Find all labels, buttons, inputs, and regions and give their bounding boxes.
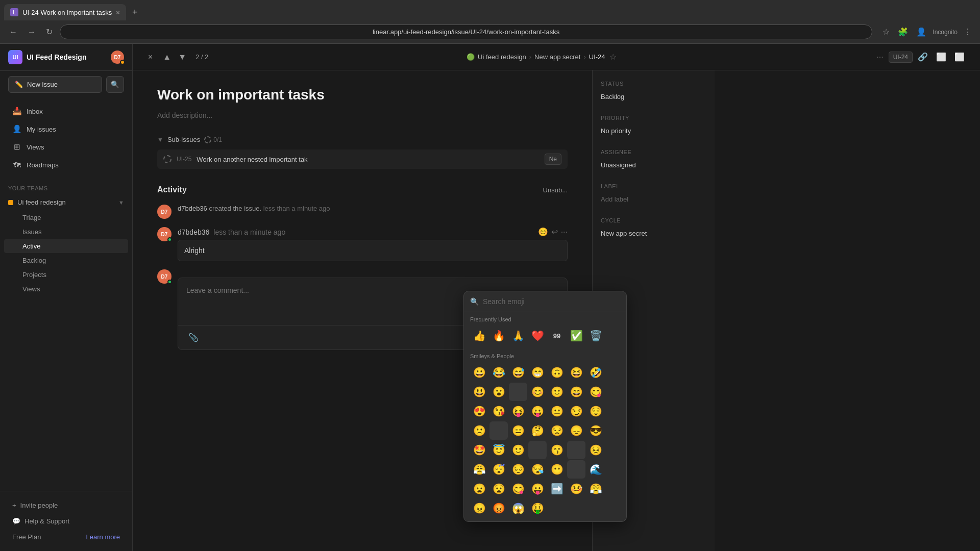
- emoji-rofl[interactable]: 🤣: [586, 363, 605, 382]
- emoji-smirk[interactable]: 😏: [567, 402, 585, 420]
- next-issue-btn[interactable]: ▼: [175, 51, 189, 64]
- sub-issues-collapse-btn[interactable]: ▼: [157, 136, 163, 143]
- emoji-smile[interactable]: 😄: [567, 383, 585, 401]
- star-btn[interactable]: ☆: [608, 51, 618, 63]
- issue-description-placeholder[interactable]: Add description...: [157, 111, 568, 119]
- emoji-grinning[interactable]: 😀: [470, 363, 488, 382]
- emoji-innocent[interactable]: 😇: [489, 441, 508, 459]
- user-avatar[interactable]: D7: [111, 51, 124, 64]
- profile-btn[interactable]: 👤: [914, 25, 928, 39]
- comment-more-btn[interactable]: ···: [561, 227, 568, 237]
- sidebar-item-issues[interactable]: Issues: [4, 225, 128, 239]
- emoji-frowning[interactable]: 😦: [470, 480, 488, 498]
- emoji-sick[interactable]: 🤒: [567, 480, 585, 498]
- emoji-stuck-out-tongue-wink[interactable]: 😝: [509, 402, 527, 420]
- emoji-neutral[interactable]: 😐: [548, 402, 566, 420]
- emoji-fire[interactable]: 🔥: [489, 327, 508, 345]
- back-btn[interactable]: ←: [6, 26, 20, 39]
- sidebar-item-roadmaps[interactable]: 🗺 Roadmaps: [4, 156, 128, 173]
- emoji-expressionless[interactable]: 😑: [509, 421, 527, 440]
- template-btn[interactable]: ⬜: [951, 50, 968, 64]
- breadcrumb-parent[interactable]: New app secret: [534, 53, 580, 61]
- url-bar[interactable]: linear.app/ui-feed-redesign/issue/UI-24/…: [60, 24, 872, 39]
- new-issue-btn[interactable]: ✏️ New issue: [8, 76, 102, 93]
- emoji-disappointed[interactable]: 😞: [567, 421, 585, 440]
- issue-close-btn[interactable]: ×: [145, 51, 156, 64]
- emoji-slightly-smiling[interactable]: 🙂: [548, 383, 566, 401]
- emoji-smiley[interactable]: 😃: [470, 383, 488, 401]
- prev-issue-btn[interactable]: ▲: [160, 51, 174, 64]
- emoji-unamused[interactable]: 😒: [548, 421, 566, 440]
- emoji-money-mouth[interactable]: 🤑: [528, 499, 547, 517]
- open-in-new-btn[interactable]: ⬜: [933, 50, 949, 64]
- extensions-btn[interactable]: 🧩: [896, 25, 910, 39]
- emoji-joy[interactable]: 😂: [489, 363, 508, 382]
- emoji-smiling-face[interactable]: 🙂: [509, 441, 527, 459]
- sidebar-item-my-issues[interactable]: 👤 My issues: [4, 120, 128, 138]
- invite-people-btn[interactable]: + Invite people: [4, 497, 128, 513]
- sidebar-item-triage[interactable]: Triage: [4, 211, 128, 224]
- status-value[interactable]: Backlog: [601, 91, 706, 103]
- emoji-pouting[interactable]: 😡: [489, 499, 508, 517]
- emoji-star-struck[interactable]: 🤩: [470, 441, 488, 459]
- emoji-scream[interactable]: 😱: [509, 499, 527, 517]
- emoji-no-mouth[interactable]: 😶: [548, 460, 566, 479]
- emoji-wastebasket[interactable]: 🗑️: [586, 327, 605, 345]
- emoji-relieved[interactable]: 😌: [586, 402, 605, 420]
- learn-more-btn[interactable]: Learn more: [86, 533, 120, 541]
- priority-value[interactable]: No priority: [601, 125, 706, 137]
- breadcrumb-project[interactable]: Ui feed redesign: [478, 53, 526, 61]
- emoji-yum2[interactable]: 😋: [509, 480, 527, 498]
- emoji-open-mouth[interactable]: 😮: [489, 383, 508, 401]
- comment-reply-btn[interactable]: ↩: [551, 227, 558, 237]
- assignee-value[interactable]: Unassigned: [601, 159, 706, 171]
- emoji-yum[interactable]: 😋: [586, 383, 605, 401]
- emoji-pray[interactable]: 🙏: [509, 327, 527, 345]
- emoji-slightly-frowning[interactable]: 🙁: [470, 421, 488, 440]
- tab-close-btn[interactable]: ×: [116, 9, 120, 16]
- active-tab[interactable]: L UI-24 Work on important tasks ×: [4, 4, 126, 20]
- sub-issue-add-btn[interactable]: Ne: [545, 154, 561, 165]
- emoji-blush[interactable]: 😊: [528, 383, 547, 401]
- bookmark-btn[interactable]: ☆: [880, 25, 892, 39]
- emoji-placeholder5[interactable]: [567, 460, 585, 479]
- emoji-thumbsup[interactable]: 👍: [470, 327, 488, 345]
- emoji-thinking[interactable]: 🤔: [528, 421, 547, 440]
- emoji-sweat-smile[interactable]: 😅: [509, 363, 527, 382]
- menu-btn[interactable]: ⋮: [962, 25, 974, 39]
- sidebar-item-views2[interactable]: Views: [4, 282, 128, 296]
- emoji-99[interactable]: 99: [548, 327, 566, 345]
- emoji-search-input[interactable]: [483, 297, 620, 306]
- more-options-btn[interactable]: ···: [873, 51, 886, 64]
- help-support-btn[interactable]: 💬 Help & Support: [4, 513, 128, 529]
- emoji-dizzy[interactable]: 🌊: [586, 460, 605, 479]
- emoji-grin[interactable]: 😁: [528, 363, 547, 382]
- emoji-sleepy[interactable]: 😪: [528, 460, 547, 479]
- workspace[interactable]: UI UI Feed Redesign: [8, 50, 86, 64]
- emoji-placeholder4[interactable]: [567, 441, 585, 459]
- sub-issue-row[interactable]: UI-25 Work on another nested important t…: [157, 149, 568, 169]
- sidebar-item-active[interactable]: Active: [4, 239, 128, 253]
- emoji-tongue2[interactable]: 😛: [528, 480, 547, 498]
- emoji-upside-down[interactable]: 🙃: [548, 363, 566, 382]
- emoji-checkmark[interactable]: ✅: [567, 327, 585, 345]
- search-btn[interactable]: 🔍: [106, 76, 124, 93]
- team-header[interactable]: Ui feed redesign ▼: [0, 194, 132, 210]
- emoji-kissing-heart[interactable]: 😘: [489, 402, 508, 420]
- copy-link-btn[interactable]: 🔗: [915, 50, 931, 64]
- emoji-placeholder3[interactable]: [528, 441, 547, 459]
- unsubscribe-btn[interactable]: Unsub...: [543, 186, 568, 194]
- emoji-kissing[interactable]: 😙: [548, 441, 566, 459]
- attach-btn[interactable]: 📎: [186, 331, 201, 344]
- sidebar-item-projects[interactable]: Projects: [4, 268, 128, 282]
- emoji-persevering[interactable]: 😣: [586, 441, 605, 459]
- emoji-heart[interactable]: ❤️: [528, 327, 547, 345]
- emoji-sleeping[interactable]: 😴: [489, 460, 508, 479]
- emoji-angry[interactable]: 😠: [470, 499, 488, 517]
- cycle-value[interactable]: New app secret: [601, 228, 706, 239]
- emoji-placeholder1[interactable]: [509, 383, 527, 401]
- emoji-stuck-out-tongue[interactable]: 😛: [528, 402, 547, 420]
- emoji-pensive[interactable]: 😔: [509, 460, 527, 479]
- emoji-placeholder2[interactable]: [489, 421, 508, 440]
- forward-btn[interactable]: →: [24, 26, 39, 39]
